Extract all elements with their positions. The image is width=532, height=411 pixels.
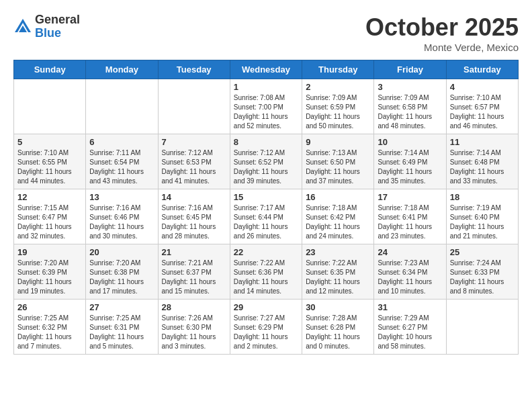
calendar-day-cell: 26Sunrise: 7:25 AM Sunset: 6:32 PM Dayli… [14, 300, 86, 355]
day-number: 1 [234, 82, 298, 92]
day-info: Sunrise: 7:14 AM Sunset: 6:49 PM Dayligh… [378, 148, 442, 186]
day-of-week-header: Monday [86, 60, 158, 79]
day-info: Sunrise: 7:23 AM Sunset: 6:34 PM Dayligh… [378, 259, 442, 296]
day-number: 9 [306, 137, 370, 147]
day-number: 28 [162, 302, 226, 312]
day-info: Sunrise: 7:25 AM Sunset: 6:31 PM Dayligh… [89, 314, 154, 351]
day-of-week-header: Sunday [14, 60, 86, 79]
day-number: 13 [89, 192, 154, 202]
day-info: Sunrise: 7:19 AM Sunset: 6:40 PM Dayligh… [450, 203, 515, 241]
days-of-week-row: SundayMondayTuesdayWednesdayThursdayFrid… [14, 60, 519, 79]
day-info: Sunrise: 7:25 AM Sunset: 6:32 PM Dayligh… [17, 314, 82, 351]
calendar-day-cell: 11Sunrise: 7:14 AM Sunset: 6:48 PM Dayli… [446, 134, 518, 189]
calendar-day-cell: 1Sunrise: 7:08 AM Sunset: 7:00 PM Daylig… [230, 79, 302, 134]
day-number: 3 [378, 82, 442, 92]
day-info: Sunrise: 7:28 AM Sunset: 6:28 PM Dayligh… [306, 314, 370, 351]
day-number: 29 [234, 302, 298, 312]
day-info: Sunrise: 7:27 AM Sunset: 6:29 PM Dayligh… [234, 314, 298, 351]
calendar-day-cell: 14Sunrise: 7:16 AM Sunset: 6:45 PM Dayli… [158, 189, 230, 244]
day-number: 23 [306, 247, 370, 257]
calendar-day-cell: 27Sunrise: 7:25 AM Sunset: 6:31 PM Dayli… [86, 300, 158, 355]
calendar-day-cell: 8Sunrise: 7:12 AM Sunset: 6:52 PM Daylig… [230, 134, 302, 189]
calendar-day-cell: 7Sunrise: 7:12 AM Sunset: 6:53 PM Daylig… [158, 134, 230, 189]
day-number: 22 [234, 247, 298, 257]
calendar-day-cell: 10Sunrise: 7:14 AM Sunset: 6:49 PM Dayli… [374, 134, 446, 189]
location-subtitle: Monte Verde, Mexico [365, 42, 519, 53]
day-info: Sunrise: 7:26 AM Sunset: 6:30 PM Dayligh… [162, 314, 226, 351]
day-info: Sunrise: 7:12 AM Sunset: 6:52 PM Dayligh… [234, 148, 298, 186]
calendar-day-cell: 23Sunrise: 7:22 AM Sunset: 6:35 PM Dayli… [302, 244, 374, 300]
logo-icon [13, 17, 32, 36]
day-number: 30 [306, 302, 370, 312]
day-info: Sunrise: 7:08 AM Sunset: 7:00 PM Dayligh… [234, 93, 298, 131]
day-number: 7 [162, 137, 226, 147]
calendar-table: SundayMondayTuesdayWednesdayThursdayFrid… [13, 60, 519, 355]
day-of-week-header: Wednesday [230, 60, 302, 79]
day-number: 15 [234, 192, 298, 202]
calendar-day-cell: 13Sunrise: 7:16 AM Sunset: 6:46 PM Dayli… [86, 189, 158, 244]
day-info: Sunrise: 7:12 AM Sunset: 6:53 PM Dayligh… [162, 148, 226, 186]
day-info: Sunrise: 7:16 AM Sunset: 6:46 PM Dayligh… [89, 203, 154, 241]
calendar-day-cell: 3Sunrise: 7:09 AM Sunset: 6:58 PM Daylig… [374, 79, 446, 134]
calendar-body: 1Sunrise: 7:08 AM Sunset: 7:00 PM Daylig… [14, 79, 519, 355]
day-info: Sunrise: 7:16 AM Sunset: 6:45 PM Dayligh… [162, 203, 226, 241]
day-info: Sunrise: 7:11 AM Sunset: 6:54 PM Dayligh… [89, 148, 154, 186]
day-info: Sunrise: 7:09 AM Sunset: 6:59 PM Dayligh… [306, 93, 370, 131]
calendar-week-row: 26Sunrise: 7:25 AM Sunset: 6:32 PM Dayli… [14, 300, 519, 355]
calendar-day-cell: 15Sunrise: 7:17 AM Sunset: 6:44 PM Dayli… [230, 189, 302, 244]
day-info: Sunrise: 7:22 AM Sunset: 6:36 PM Dayligh… [234, 259, 298, 296]
calendar-day-cell: 5Sunrise: 7:10 AM Sunset: 6:55 PM Daylig… [14, 134, 86, 189]
logo-general-text: General [35, 13, 80, 27]
day-info: Sunrise: 7:20 AM Sunset: 6:38 PM Dayligh… [89, 259, 154, 296]
calendar-day-cell: 30Sunrise: 7:28 AM Sunset: 6:28 PM Dayli… [302, 300, 374, 355]
day-number: 31 [378, 302, 442, 312]
day-info: Sunrise: 7:10 AM Sunset: 6:55 PM Dayligh… [17, 148, 82, 186]
day-number: 26 [17, 302, 82, 312]
empty-day-cell [158, 79, 230, 134]
day-info: Sunrise: 7:29 AM Sunset: 6:27 PM Dayligh… [378, 314, 442, 351]
calendar-day-cell: 12Sunrise: 7:15 AM Sunset: 6:47 PM Dayli… [14, 189, 86, 244]
day-of-week-header: Saturday [446, 60, 518, 79]
day-number: 6 [89, 137, 154, 147]
calendar-day-cell: 18Sunrise: 7:19 AM Sunset: 6:40 PM Dayli… [446, 189, 518, 244]
calendar-day-cell: 22Sunrise: 7:22 AM Sunset: 6:36 PM Dayli… [230, 244, 302, 300]
day-info: Sunrise: 7:18 AM Sunset: 6:42 PM Dayligh… [306, 203, 370, 241]
empty-day-cell [446, 300, 518, 355]
day-info: Sunrise: 7:17 AM Sunset: 6:44 PM Dayligh… [234, 203, 298, 241]
day-number: 11 [450, 137, 515, 147]
calendar-header: SundayMondayTuesdayWednesdayThursdayFrid… [14, 60, 519, 79]
calendar-day-cell: 25Sunrise: 7:24 AM Sunset: 6:33 PM Dayli… [446, 244, 518, 300]
calendar-day-cell: 17Sunrise: 7:18 AM Sunset: 6:41 PM Dayli… [374, 189, 446, 244]
day-info: Sunrise: 7:14 AM Sunset: 6:48 PM Dayligh… [450, 148, 515, 186]
day-number: 25 [450, 247, 515, 257]
empty-day-cell [14, 79, 86, 134]
calendar-day-cell: 29Sunrise: 7:27 AM Sunset: 6:29 PM Dayli… [230, 300, 302, 355]
day-number: 18 [450, 192, 515, 202]
day-info: Sunrise: 7:13 AM Sunset: 6:50 PM Dayligh… [306, 148, 370, 186]
calendar-day-cell: 2Sunrise: 7:09 AM Sunset: 6:59 PM Daylig… [302, 79, 374, 134]
calendar-day-cell: 21Sunrise: 7:21 AM Sunset: 6:37 PM Dayli… [158, 244, 230, 300]
calendar-week-row: 12Sunrise: 7:15 AM Sunset: 6:47 PM Dayli… [14, 189, 519, 244]
day-info: Sunrise: 7:15 AM Sunset: 6:47 PM Dayligh… [17, 203, 82, 241]
day-of-week-header: Friday [374, 60, 446, 79]
day-number: 17 [378, 192, 442, 202]
day-of-week-header: Tuesday [158, 60, 230, 79]
calendar-day-cell: 20Sunrise: 7:20 AM Sunset: 6:38 PM Dayli… [86, 244, 158, 300]
calendar-week-row: 1Sunrise: 7:08 AM Sunset: 7:00 PM Daylig… [14, 79, 519, 134]
day-number: 10 [378, 137, 442, 147]
calendar-week-row: 5Sunrise: 7:10 AM Sunset: 6:55 PM Daylig… [14, 134, 519, 189]
calendar-day-cell: 19Sunrise: 7:20 AM Sunset: 6:39 PM Dayli… [14, 244, 86, 300]
calendar-day-cell: 16Sunrise: 7:18 AM Sunset: 6:42 PM Dayli… [302, 189, 374, 244]
day-info: Sunrise: 7:24 AM Sunset: 6:33 PM Dayligh… [450, 259, 515, 296]
day-number: 2 [306, 82, 370, 92]
empty-day-cell [86, 79, 158, 134]
calendar-day-cell: 9Sunrise: 7:13 AM Sunset: 6:50 PM Daylig… [302, 134, 374, 189]
calendar-day-cell: 6Sunrise: 7:11 AM Sunset: 6:54 PM Daylig… [86, 134, 158, 189]
logo-blue-text: Blue [35, 27, 80, 40]
day-number: 8 [234, 137, 298, 147]
calendar-day-cell: 24Sunrise: 7:23 AM Sunset: 6:34 PM Dayli… [374, 244, 446, 300]
title-block: October 2025 Monte Verde, Mexico [365, 13, 519, 53]
day-number: 5 [17, 137, 82, 147]
day-info: Sunrise: 7:10 AM Sunset: 6:57 PM Dayligh… [450, 93, 515, 131]
day-number: 20 [89, 247, 154, 257]
